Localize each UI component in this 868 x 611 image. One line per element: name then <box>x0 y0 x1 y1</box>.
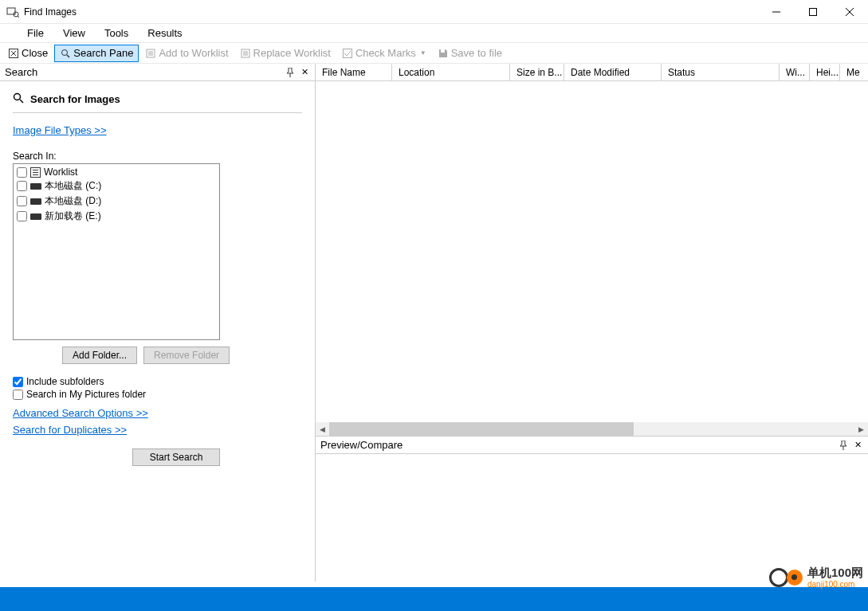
col-me[interactable]: Me <box>840 64 868 80</box>
app-icon <box>6 6 19 18</box>
svg-line-23 <box>20 100 23 103</box>
folder-checkbox[interactable] <box>17 167 27 178</box>
minimize-button[interactable] <box>758 0 795 24</box>
horizontal-scrollbar[interactable]: ◀ ▶ <box>316 422 868 436</box>
titlebar: Find Images <box>0 0 868 24</box>
window-title: Find Images <box>24 6 77 18</box>
toolbar-close[interactable]: Close <box>3 45 53 62</box>
scroll-thumb[interactable] <box>329 422 634 436</box>
toolbar-add-worklist: Add to Worklist <box>140 45 233 62</box>
watermark: 单机100网 danji100.com <box>768 560 863 595</box>
list-add-icon <box>145 48 156 59</box>
col-date-modified[interactable]: Date Modified <box>564 64 662 80</box>
toolbar-replace-worklist: Replace Worklist <box>235 45 336 62</box>
save-icon <box>438 48 449 59</box>
folder-item[interactable]: 本地磁盘 (C:) <box>15 178 218 194</box>
scroll-right-icon[interactable]: ▶ <box>854 422 868 436</box>
folder-item[interactable]: 新加载卷 (E:) <box>15 209 218 224</box>
svg-point-22 <box>14 94 21 100</box>
search-icon <box>13 92 24 106</box>
col-location[interactable]: Location <box>392 64 510 80</box>
folder-checkbox[interactable] <box>17 181 27 191</box>
remove-folder-button: Remove Folder <box>143 347 230 364</box>
drive-icon <box>30 198 41 205</box>
worklist-icon <box>30 167 41 178</box>
list-replace-icon <box>240 48 251 59</box>
include-subfolders-check[interactable]: Include subfolders <box>13 375 302 388</box>
close-x-icon <box>8 48 19 59</box>
col-status[interactable]: Status <box>662 64 780 80</box>
svg-point-10 <box>62 49 68 55</box>
col-file-name[interactable]: File Name <box>316 64 392 80</box>
col-width[interactable]: Wi... <box>780 64 810 80</box>
checkmark-icon <box>342 48 353 59</box>
scroll-left-icon[interactable]: ◀ <box>316 422 329 436</box>
chevron-down-icon: ▼ <box>420 49 426 57</box>
menu-file[interactable]: File <box>19 25 52 41</box>
results-table-header: File Name Location Size in B... Date Mod… <box>316 64 868 81</box>
toolbar-search-pane[interactable]: Search Pane <box>54 45 139 62</box>
search-my-pictures-check[interactable]: Search in My Pictures folder <box>13 388 302 401</box>
search-icon <box>60 48 71 59</box>
search-panel: Search ✕ Search for Images Image File Ty… <box>0 64 316 582</box>
status-bar <box>0 587 868 611</box>
advanced-options-link[interactable]: Advanced Search Options >> <box>13 407 148 419</box>
pin-icon[interactable] <box>838 440 849 451</box>
watermark-logo-icon <box>768 560 803 595</box>
col-height[interactable]: Hei... <box>810 64 840 80</box>
menu-results[interactable]: Results <box>139 25 190 41</box>
folder-item[interactable]: 本地磁盘 (D:) <box>15 194 218 209</box>
results-panel: File Name Location Size in B... Date Mod… <box>316 64 868 582</box>
svg-line-2 <box>18 16 19 18</box>
toolbar-save-file: Save to file <box>433 45 507 62</box>
start-search-button[interactable]: Start Search <box>132 448 220 466</box>
col-size[interactable]: Size in B... <box>510 64 564 80</box>
folder-checkbox[interactable] <box>17 211 27 221</box>
svg-rect-21 <box>441 49 445 53</box>
menu-tools[interactable]: Tools <box>96 25 136 41</box>
watermark-text-cn: 单机100网 <box>807 566 863 580</box>
preview-panel-title: Preview/Compare <box>320 439 835 451</box>
close-panel-icon[interactable]: ✕ <box>299 67 310 78</box>
folder-item[interactable]: Worklist <box>15 166 218 178</box>
drive-icon <box>30 213 41 220</box>
toolbar-check-marks: Check Marks ▼ <box>337 45 431 62</box>
search-in-label: Search In: <box>13 151 302 162</box>
watermark-text-en: danji100.com <box>807 580 863 589</box>
maximize-button[interactable] <box>795 0 831 24</box>
folder-list[interactable]: Worklist 本地磁盘 (C:) 本地磁盘 (D:) 新加载卷 (E:) <box>13 163 220 340</box>
menubar: File View Tools Results <box>0 24 868 43</box>
drive-icon <box>30 183 41 190</box>
close-window-button[interactable] <box>831 0 868 24</box>
svg-rect-4 <box>810 8 817 15</box>
close-panel-icon[interactable]: ✕ <box>852 440 863 451</box>
duplicates-link[interactable]: Search for Duplicates >> <box>13 424 127 436</box>
pin-icon[interactable] <box>285 67 296 78</box>
svg-line-11 <box>67 55 69 57</box>
file-types-link[interactable]: Image File Types >> <box>13 124 107 136</box>
search-panel-title: Search <box>5 66 281 78</box>
folder-checkbox[interactable] <box>17 196 27 206</box>
section-heading: Search for Images <box>30 93 120 105</box>
results-table-body <box>316 81 868 422</box>
add-folder-button[interactable]: Add Folder... <box>62 347 137 364</box>
toolbar: Close Search Pane Add to Worklist Replac… <box>0 43 868 64</box>
menu-view[interactable]: View <box>55 25 93 41</box>
